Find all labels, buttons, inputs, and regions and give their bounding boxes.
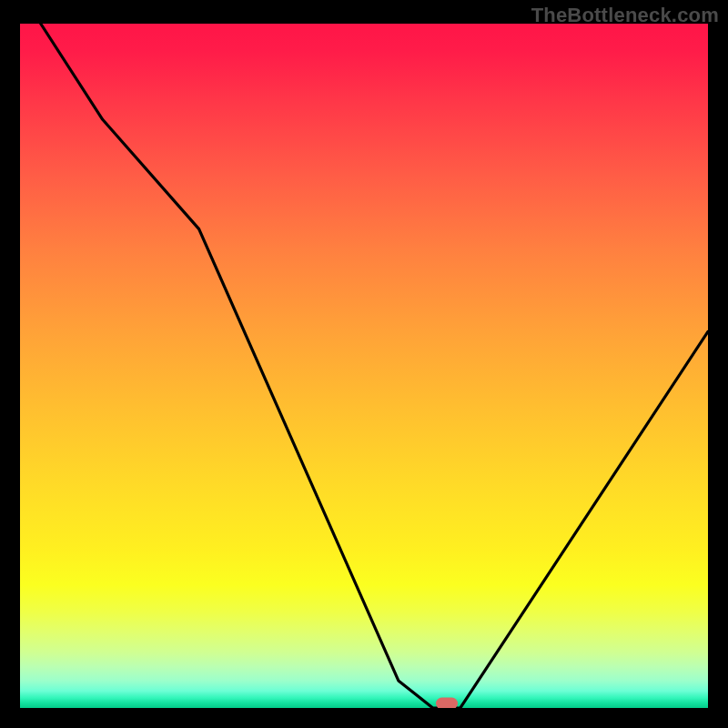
chart-canvas: TheBottleneck.com — [0, 0, 728, 728]
plot-area — [20, 24, 708, 708]
optimal-point-marker — [436, 697, 458, 708]
curve-svg — [20, 24, 708, 708]
bottleneck-curve-path — [41, 24, 708, 708]
watermark-label: TheBottleneck.com — [531, 4, 719, 27]
